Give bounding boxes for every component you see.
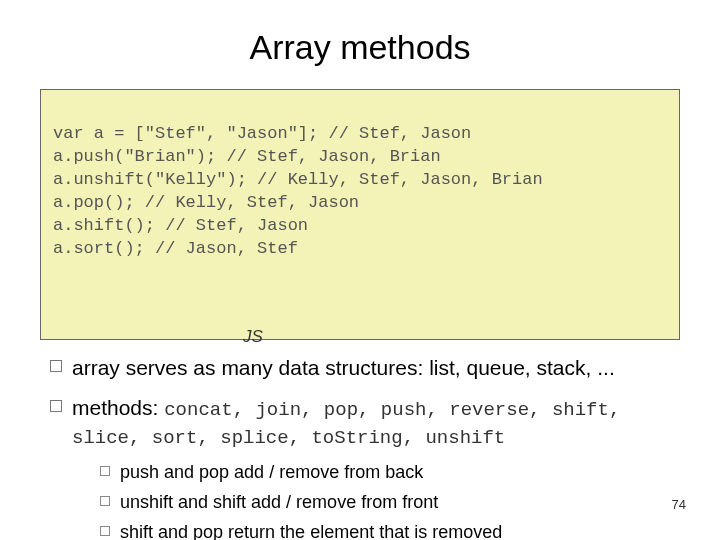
code-line-3: a.unshift("Kelly"); // Kelly, Stef, Jaso… [53, 169, 667, 192]
sub-bullet-1-text: push and pop add / remove from back [120, 462, 423, 482]
code-line-4: a.pop(); // Kelly, Stef, Jason [53, 192, 667, 215]
bullet-2: methods: concat, join, pop, push, revers… [46, 394, 680, 540]
sub-bullet-2: unshift and shift add / remove from fron… [98, 489, 680, 516]
slide-title: Array methods [40, 28, 680, 67]
sub-bullet-2-text: unshift and shift add / remove from fron… [120, 492, 438, 512]
bullet-list: array serves as many data structures: li… [46, 354, 680, 540]
slide: Array methods var a = ["Stef", "Jason"];… [0, 0, 720, 540]
page-number: 74 [672, 497, 686, 512]
language-badge: JS [241, 326, 265, 349]
sub-bullet-1: push and pop add / remove from back [98, 459, 680, 486]
bullet-2-lead: methods: [72, 396, 164, 419]
code-line-5: a.shift(); // Stef, Jason [53, 215, 667, 238]
code-line-2: a.push("Brian"); // Stef, Jason, Brian [53, 146, 667, 169]
sub-bullet-list: push and pop add / remove from back unsh… [98, 459, 680, 540]
code-line-6: a.sort(); // Jason, Stef [53, 238, 667, 261]
bullet-1-text: array serves as many data structures: li… [72, 356, 615, 379]
sub-bullet-3: shift and pop return the element that is… [98, 519, 680, 540]
code-block: var a = ["Stef", "Jason"]; // Stef, Jaso… [40, 89, 680, 340]
bullet-1: array serves as many data structures: li… [46, 354, 680, 381]
sub-bullet-3-text: shift and pop return the element that is… [120, 522, 502, 540]
code-line-1: var a = ["Stef", "Jason"]; // Stef, Jaso… [53, 123, 667, 146]
